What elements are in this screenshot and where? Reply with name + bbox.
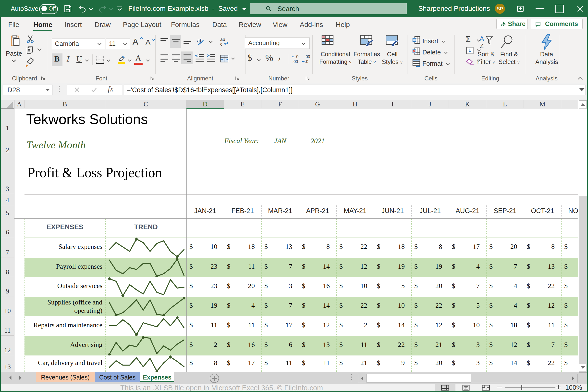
svg-text:.0: .0: [295, 54, 298, 59]
svg-text:A: A: [480, 35, 484, 42]
svg-text:c: c: [220, 42, 223, 46]
svg-text:ab: ab: [197, 38, 203, 44]
svg-text:.0: .0: [305, 59, 308, 64]
svg-text:Z: Z: [480, 42, 484, 50]
svg-text:.00: .00: [304, 54, 310, 59]
svg-text:.00: .00: [292, 59, 298, 64]
